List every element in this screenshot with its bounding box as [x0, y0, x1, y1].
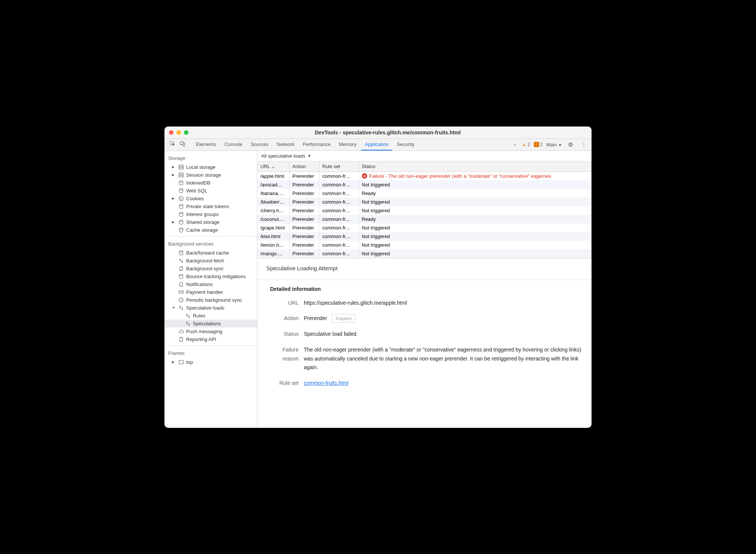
sidebar-item-rules[interactable]: Rules — [164, 312, 257, 320]
error-icon: ✕ — [362, 173, 367, 179]
disk-icon — [178, 250, 184, 256]
column-header-action[interactable]: Action — [289, 161, 319, 172]
more-menu-icon[interactable]: ⋮ — [579, 140, 589, 149]
table-row[interactable]: /kiwi.htmlPrerendercommon-fr…Not trigger… — [257, 232, 592, 241]
sidebar-item-label: Speculative loads — [186, 305, 224, 311]
inspect-element-icon[interactable] — [167, 140, 178, 149]
tab-application[interactable]: Application — [361, 139, 393, 150]
sidebar-item-background-fetch[interactable]: Background fetch — [164, 257, 257, 265]
issues-badge[interactable]: !2 — [534, 142, 543, 147]
sidebar-item-label: top — [186, 359, 193, 365]
tab-elements[interactable]: Elements — [192, 139, 220, 150]
disk-icon — [178, 227, 184, 233]
sidebar-item-local-storage[interactable]: ▶Local storage — [164, 163, 257, 171]
sidebar-item-speculations[interactable]: Speculations — [164, 320, 257, 328]
sidebar-item-back-forward-cache[interactable]: Back/forward cache — [164, 249, 257, 257]
table-row[interactable]: /blueberr…Prerendercommon-fr…Not trigger… — [257, 198, 592, 206]
table-row[interactable]: /coconut…Prerendercommon-fr…Ready — [257, 215, 592, 223]
detail-url-label: URL — [266, 299, 304, 308]
table-row[interactable]: /apple.htmlPrerendercommon-fr…✕Failure -… — [257, 171, 592, 180]
frame-icon — [178, 359, 184, 365]
sidebar-item-cache-storage[interactable]: Cache storage — [164, 226, 257, 234]
tab-console[interactable]: Console — [221, 139, 246, 150]
sidebar-item-session-storage[interactable]: ▶Session storage — [164, 171, 257, 179]
sidebar-item-background-sync[interactable]: Background sync — [164, 265, 257, 273]
svg-point-20 — [179, 274, 182, 276]
svg-point-19 — [179, 250, 182, 252]
svg-point-11 — [179, 196, 183, 200]
sidebar-item-bounce-tracking-mitigations[interactable]: Bounce tracking mitigations — [164, 273, 257, 280]
disk-icon — [178, 188, 184, 194]
svg-point-14 — [181, 199, 181, 200]
sidebar-item-label: Web SQL — [186, 188, 207, 194]
table-row[interactable]: /grape.htmlPrerendercommon-fr…Not trigge… — [257, 223, 592, 232]
more-tabs-button[interactable]: » — [511, 141, 518, 148]
tab-memory[interactable]: Memory — [335, 139, 360, 150]
speculations-table: URL▲ActionRule setStatus /apple.htmlPrer… — [257, 161, 592, 258]
table-row[interactable]: /cherry.h…Prerendercommon-fr…Not trigger… — [257, 206, 592, 215]
settings-icon[interactable]: ⚙ — [566, 140, 575, 150]
sidebar-item-label: Payment handler — [186, 289, 223, 295]
sidebar-item-web-sql[interactable]: Web SQL — [164, 187, 257, 195]
minimize-window-button[interactable] — [176, 130, 181, 135]
tab-security[interactable]: Security — [393, 139, 418, 150]
sidebar-item-label: Periodic background sync — [186, 297, 242, 303]
svg-point-9 — [179, 180, 182, 182]
svg-rect-3 — [179, 165, 183, 169]
filter-bar[interactable]: All speculative loads▼ — [257, 151, 592, 161]
devtools-window: DevTools - speculative-rules.glitch.me/c… — [164, 127, 592, 428]
disk-icon — [178, 211, 184, 217]
column-header-url[interactable]: URL▲ — [257, 161, 289, 172]
sidebar-item-top[interactable]: ▶top — [164, 358, 257, 366]
sidebar-item-private-state-tokens[interactable]: Private state tokens — [164, 203, 257, 210]
detail-panel: Speculative Loading Attempt Detailed inf… — [257, 258, 592, 428]
sidebar-item-label: Background sync — [186, 266, 224, 271]
detail-heading: Speculative Loading Attempt — [266, 265, 583, 271]
detail-url-value: https://speculative-rules.glitch.me/appl… — [304, 299, 583, 308]
sidebar-item-indexeddb[interactable]: IndexedDB — [164, 179, 257, 187]
svg-point-12 — [180, 198, 181, 198]
table-row[interactable]: /avocad…Prerendercommon-fr…Not triggered — [257, 180, 592, 189]
device-toggle-icon[interactable] — [178, 140, 188, 149]
updown-icon — [185, 313, 191, 319]
sidebar-item-cookies[interactable]: ▶Cookies — [164, 195, 257, 203]
tab-performance[interactable]: Performance — [299, 139, 334, 150]
svg-point-17 — [179, 220, 182, 221]
close-window-button[interactable] — [169, 130, 173, 135]
detail-status-label: Status — [266, 330, 304, 339]
sidebar-item-periodic-background-sync[interactable]: Periodic background sync — [164, 296, 257, 304]
detail-ruleset-link[interactable]: common-fruits.html — [304, 380, 348, 386]
sync-icon — [178, 266, 184, 271]
svg-rect-24 — [179, 360, 183, 363]
sidebar-section-frames: Frames — [164, 348, 257, 358]
target-selector[interactable]: Main ▼ — [546, 142, 562, 147]
sidebar-item-label: Notifications — [186, 281, 213, 287]
disk-icon — [178, 204, 184, 209]
svg-point-10 — [179, 188, 182, 190]
sidebar-item-payment-handler[interactable]: Payment handler — [164, 288, 257, 296]
sidebar-item-push-messaging[interactable]: Push messaging — [164, 328, 257, 335]
sidebar-item-label: Background fetch — [186, 258, 224, 264]
warnings-badge[interactable]: ▲2 — [522, 142, 530, 147]
application-sidebar: Storage▶Local storage▶Session storageInd… — [164, 151, 257, 428]
table-row[interactable]: /lemon.h…Prerendercommon-fr…Not triggere… — [257, 241, 592, 249]
inspect-button[interactable]: Inspect — [332, 314, 356, 323]
column-header-status[interactable]: Status — [359, 161, 592, 172]
tab-sources[interactable]: Sources — [247, 139, 272, 150]
tab-network[interactable]: Network — [273, 139, 299, 150]
maximize-window-button[interactable] — [184, 130, 188, 135]
sidebar-item-notifications[interactable]: Notifications — [164, 280, 257, 288]
sidebar-item-interest-groups[interactable]: Interest groups — [164, 210, 257, 218]
table-row[interactable]: /banana.…Prerendercommon-fr…Ready — [257, 189, 592, 198]
column-header-rule-set[interactable]: Rule set — [319, 161, 359, 172]
sidebar-item-shared-storage[interactable]: ▶Shared storage — [164, 218, 257, 226]
table-row[interactable]: /mango.…Prerendercommon-fr…Not triggered — [257, 249, 592, 258]
content-pane: All speculative loads▼ URL▲ActionRule se… — [257, 151, 592, 428]
sidebar-item-reporting-api[interactable]: Reporting API — [164, 335, 257, 343]
db-icon — [178, 164, 184, 170]
clock-icon — [178, 297, 184, 303]
sidebar-section-storage: Storage — [164, 153, 257, 163]
sidebar-item-label: Session storage — [186, 172, 221, 178]
sidebar-item-speculative-loads[interactable]: ▼Speculative loads — [164, 304, 257, 312]
cookie-icon — [178, 196, 184, 201]
